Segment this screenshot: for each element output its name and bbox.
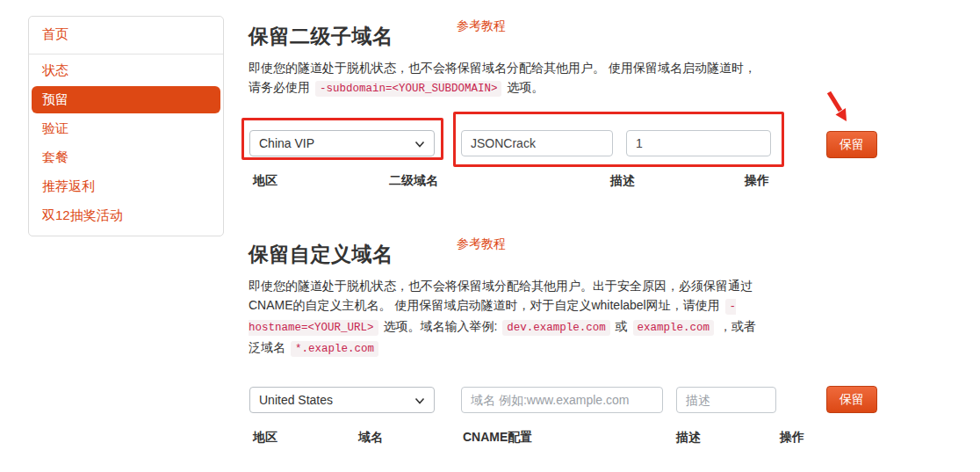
subdomain-description: 即使您的隧道处于脱机状态，也不会将保留域名分配给其他用户。 使用保留域名启动隧道… xyxy=(249,58,758,98)
customdomain-tutorial-link[interactable]: 参考教程 xyxy=(457,236,506,252)
customdomain-section-title: 保留自定义域名 xyxy=(249,241,393,268)
customdomain-name-input[interactable] xyxy=(461,387,663,413)
chevron-down-icon xyxy=(414,393,425,407)
customdomain-region-select[interactable]: United States xyxy=(249,387,435,413)
chevron-down-icon xyxy=(414,136,425,150)
column-label-cname: CNAME配置 xyxy=(463,430,532,446)
column-label-domain: 域名 xyxy=(358,430,383,446)
sidebar: 首页 状态 预留 验证 套餐 推荐返利 双12抽奖活动 xyxy=(28,16,224,236)
column-label-desc2: 描述 xyxy=(676,430,701,446)
customdomain-region-select-value: United States xyxy=(259,393,333,407)
subdomain-keep-button[interactable]: 保留 xyxy=(826,131,877,158)
customdomain-description-input[interactable] xyxy=(676,387,776,413)
sidebar-item-plans[interactable]: 套餐 xyxy=(29,143,223,172)
subdomain-region-select[interactable]: China VIP xyxy=(249,130,435,156)
sidebar-item-lottery[interactable]: 双12抽奖活动 xyxy=(29,201,223,230)
column-label-region2: 地区 xyxy=(253,430,277,446)
subdomain-region-select-value: China VIP xyxy=(259,136,314,150)
subdomain-section-title: 保留二级子域名 xyxy=(249,23,393,50)
sidebar-item-verify[interactable]: 验证 xyxy=(29,114,223,143)
customdomain-description: 即使您的隧道处于脱机状态，也不会将保留域分配给其他用户。出于安全原因，必须保留通… xyxy=(249,276,762,359)
annotation-arrow-icon xyxy=(822,89,859,129)
column-label-desc: 描述 xyxy=(610,173,635,189)
subdomain-name-input[interactable] xyxy=(461,130,613,156)
subdomain-description-input[interactable] xyxy=(626,130,771,156)
subdomain-tutorial-link[interactable]: 参考教程 xyxy=(457,18,506,34)
column-label-action: 操作 xyxy=(745,173,769,189)
sidebar-item-home[interactable]: 首页 xyxy=(29,17,223,54)
sidebar-item-referral[interactable]: 推荐返利 xyxy=(29,172,223,201)
column-label-subdomain: 二级域名 xyxy=(389,173,438,189)
customdomain-keep-button[interactable]: 保留 xyxy=(826,386,877,413)
column-label-action2: 操作 xyxy=(780,430,804,446)
sidebar-item-reserved[interactable]: 预留 xyxy=(32,86,220,113)
column-label-region: 地区 xyxy=(253,173,277,189)
sidebar-item-status[interactable]: 状态 xyxy=(29,56,223,85)
